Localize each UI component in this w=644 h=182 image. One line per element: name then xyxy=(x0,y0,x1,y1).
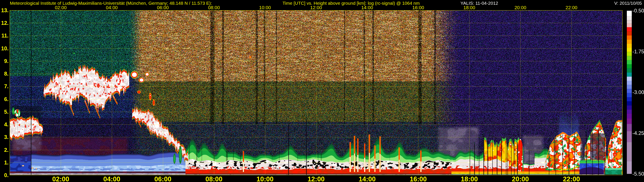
colorbar-tick-label: -4.25 xyxy=(632,130,644,136)
y-axis-tick-label: 2. xyxy=(0,147,8,153)
x-axis-top-tick-label: 18:00 xyxy=(464,5,475,10)
x-axis-bottom-tick-label: 16:00 xyxy=(410,175,427,182)
colorbar-tick-label: -3.00 xyxy=(632,89,644,95)
x-axis-top-tick-label: 04:00 xyxy=(106,5,118,10)
x-axis-top-tick-label: 08:00 xyxy=(208,5,220,10)
colorbar-tick-label: -0.50 xyxy=(632,7,644,14)
y-axis-tick-label: 9. xyxy=(0,58,8,64)
y-axis-tick-label: 5. xyxy=(0,108,8,115)
x-axis-top-tick-label: 20:00 xyxy=(514,5,526,10)
y-axis-tick-label: 1. xyxy=(0,159,8,166)
x-axis-top-tick-label: 06:00 xyxy=(157,5,169,10)
time-height-heatmap-canvas xyxy=(0,0,644,182)
x-axis-bottom-tick-label: 18:00 xyxy=(461,175,478,182)
colorbar-tick-label: -1.75 xyxy=(632,48,644,55)
x-axis-bottom-tick-label: 20:00 xyxy=(512,175,529,182)
colorbar-tick-label: -5.50 xyxy=(632,171,644,177)
plot-title: Time [UTC] vs. Height above ground [km]:… xyxy=(282,1,420,6)
x-axis-top-tick-label: 16:00 xyxy=(412,5,424,10)
x-axis-bottom-tick-label: 06:00 xyxy=(154,175,171,182)
x-axis-bottom-tick-label: 04:00 xyxy=(103,175,120,182)
x-axis-bottom-tick-label: 08:00 xyxy=(206,175,222,182)
version-label: V: 2011/10/05 xyxy=(614,1,642,6)
x-axis-top-tick-label: 14:00 xyxy=(361,5,373,10)
y-axis-tick-label: 10. xyxy=(0,45,8,52)
x-axis-bottom-tick-label: 22:00 xyxy=(563,175,580,182)
lidar-quicklook-screen: Meteorological Institute of Ludwig-Maxim… xyxy=(0,0,644,182)
y-axis-tick-label: 3. xyxy=(0,134,8,140)
x-axis-top-tick-label: 22:00 xyxy=(566,5,578,10)
x-axis-bottom-tick-label: 14:00 xyxy=(359,175,376,182)
x-axis-bottom-tick-label: 02:00 xyxy=(52,175,69,182)
x-axis-bottom-tick-label: 10:00 xyxy=(256,175,274,182)
x-axis-top-tick-label: 12:00 xyxy=(310,5,322,10)
x-axis-top-tick-label: 10:00 xyxy=(259,5,271,10)
y-axis-tick-label: 0. xyxy=(0,172,8,178)
x-axis-bottom-tick-label: 12:00 xyxy=(308,175,324,182)
y-axis-tick-label: 11. xyxy=(0,32,8,39)
y-axis-tick-label: 8. xyxy=(0,71,8,77)
y-axis-tick-label: 12. xyxy=(0,20,8,26)
y-axis-tick-label: 13. xyxy=(0,7,8,13)
y-axis-tick-label: 6. xyxy=(0,96,8,102)
x-axis-top-tick-label: 02:00 xyxy=(55,5,66,10)
y-axis-tick-label: 7. xyxy=(0,83,8,90)
y-axis-tick-label: 4. xyxy=(0,121,8,128)
